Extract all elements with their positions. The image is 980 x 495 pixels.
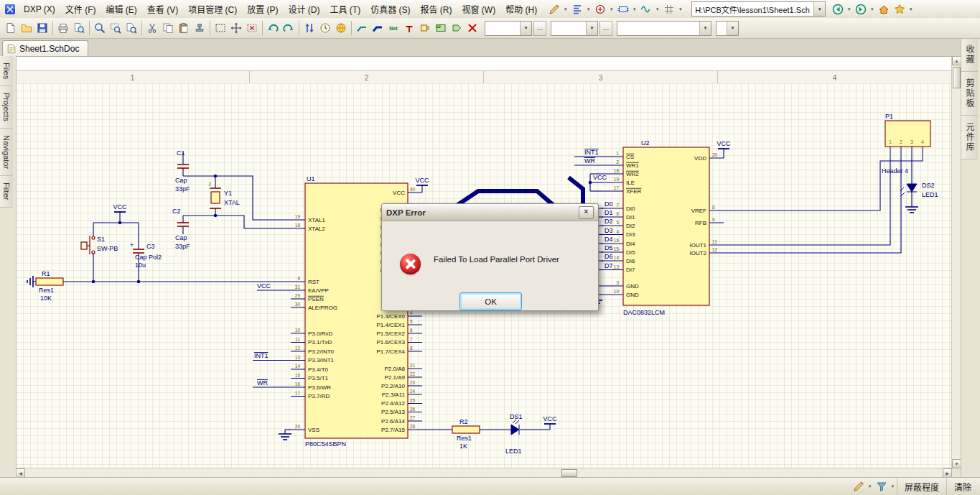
dialog-close-button[interactable]: × bbox=[579, 206, 594, 219]
filter-icon-button[interactable] bbox=[874, 478, 890, 494]
menu-item-2[interactable]: 编辑 (E) bbox=[101, 1, 141, 17]
panel-tab-filter[interactable]: Filter bbox=[0, 176, 13, 207]
right-panel-tab-0[interactable]: 收藏 bbox=[961, 38, 978, 72]
paste-icon[interactable] bbox=[176, 20, 192, 36]
toolbar-combo-1-dropdown[interactable]: ▾ bbox=[520, 22, 531, 35]
power-port-icon[interactable] bbox=[401, 20, 417, 36]
toolbar-combo-4[interactable]: ▾ bbox=[716, 21, 739, 36]
toolbar-combo-2[interactable]: ▾ bbox=[551, 21, 598, 36]
grid-icon[interactable] bbox=[661, 1, 677, 17]
clock-icon[interactable] bbox=[317, 20, 333, 36]
undo-icon[interactable] bbox=[265, 20, 281, 36]
open-document-icon[interactable] bbox=[19, 20, 34, 36]
rubber-stamp-icon[interactable] bbox=[192, 20, 207, 36]
save-icon[interactable] bbox=[34, 20, 50, 36]
u2-pin-number: 2 bbox=[616, 159, 619, 165]
new-document-icon[interactable] bbox=[3, 20, 19, 36]
menu-item-9[interactable]: 报告 (R) bbox=[416, 1, 457, 17]
label-c3-lib: Cap Pol2 bbox=[135, 254, 162, 261]
simulation-sources-icon-dropdown[interactable]: ▾ bbox=[654, 6, 661, 12]
select-area-icon[interactable] bbox=[213, 20, 228, 36]
drawing-tools-icon[interactable] bbox=[546, 1, 562, 17]
u1-pin-number: 25 bbox=[410, 398, 416, 403]
help-icon[interactable] bbox=[333, 20, 349, 36]
document-path-dropdown[interactable]: ▾ bbox=[813, 2, 825, 16]
sheet-symbol-icon[interactable] bbox=[433, 20, 449, 36]
cut-icon[interactable] bbox=[144, 20, 160, 36]
toolbar-combo-4-dropdown[interactable]: ▾ bbox=[727, 22, 738, 35]
toolbar-combo-1[interactable]: ▾ bbox=[485, 21, 532, 36]
ok-button[interactable]: OK bbox=[459, 292, 522, 310]
dialog-titlebar[interactable]: DXP Error × bbox=[382, 204, 598, 221]
menu-item-5[interactable]: 放置 (P) bbox=[242, 1, 283, 17]
document-path-combo[interactable]: H:\PCB文件\lesson1\Sheet1.Sch ▾ bbox=[691, 1, 826, 17]
digital-devices-icon-dropdown[interactable]: ▾ bbox=[631, 6, 638, 12]
back-button-dropdown[interactable]: ▾ bbox=[846, 6, 852, 12]
forward-button[interactable] bbox=[853, 1, 869, 17]
u2-pin-number: 11 bbox=[712, 239, 717, 244]
alignment-tools-icon-dropdown[interactable]: ▾ bbox=[585, 6, 592, 12]
power-sources-icon-dropdown[interactable]: ▾ bbox=[608, 6, 615, 12]
filter-dropdown[interactable]: ▾ bbox=[890, 484, 896, 489]
annotate-icon[interactable] bbox=[851, 478, 867, 494]
toolbar-combo-3-dropdown[interactable]: ▾ bbox=[699, 22, 711, 35]
wire-tool-icon[interactable] bbox=[354, 20, 370, 36]
deselect-icon[interactable] bbox=[244, 20, 260, 36]
favorites-button-dropdown[interactable]: ▾ bbox=[907, 6, 914, 12]
power-sources-icon[interactable] bbox=[592, 1, 608, 17]
no-erc-icon[interactable] bbox=[465, 20, 480, 36]
toolbar-combo-3[interactable]: ▾ bbox=[617, 21, 711, 36]
menu-item-8[interactable]: 仿真器 (S) bbox=[365, 1, 415, 17]
net-label-icon[interactable]: Net bbox=[386, 20, 401, 36]
move-selection-icon[interactable] bbox=[228, 20, 244, 36]
menu-item-4[interactable]: 项目管理 (C) bbox=[183, 1, 242, 17]
zoom-fit-icon[interactable] bbox=[92, 20, 108, 36]
print-icon[interactable] bbox=[55, 20, 71, 36]
panel-tab-files[interactable]: Files bbox=[0, 56, 13, 86]
vertical-scrollbar[interactable]: ▲ ▼ bbox=[951, 56, 961, 468]
zoom-selection-icon[interactable] bbox=[123, 20, 139, 36]
panel-tab-navigator[interactable]: Navigator bbox=[0, 129, 13, 176]
drawing-tools-icon-dropdown[interactable]: ▾ bbox=[562, 6, 569, 12]
annotate-dropdown[interactable]: ▾ bbox=[867, 484, 873, 489]
menu-item-6[interactable]: 设计 (D) bbox=[284, 1, 325, 17]
digital-devices-icon[interactable] bbox=[615, 1, 631, 17]
menu-item-10[interactable]: 视窗 (W) bbox=[457, 1, 501, 17]
back-button[interactable] bbox=[830, 1, 846, 17]
toolbar-separator bbox=[299, 21, 299, 35]
home-button[interactable] bbox=[876, 1, 892, 17]
toolbar-more-button-2[interactable]: ... bbox=[599, 21, 612, 36]
bus-tool-icon[interactable] bbox=[370, 20, 386, 36]
vertical-scroll-thumb[interactable] bbox=[953, 67, 961, 88]
print-preview-icon[interactable] bbox=[71, 20, 87, 36]
toolbar-more-button-1[interactable]: ... bbox=[533, 21, 546, 36]
sheet-entry-icon[interactable] bbox=[449, 20, 465, 36]
grid-icon-dropdown[interactable]: ▾ bbox=[677, 6, 683, 12]
redo-icon[interactable] bbox=[281, 20, 297, 36]
alignment-tools-icon[interactable] bbox=[569, 1, 585, 17]
place-part-icon[interactable] bbox=[417, 20, 433, 36]
drawing-tools-icon-graphic bbox=[549, 4, 560, 15]
horizontal-scrollbar[interactable]: ◀ ▶ bbox=[16, 468, 952, 478]
u2-pin-number: 18 bbox=[614, 168, 620, 173]
menu-item-1[interactable]: 文件 (F) bbox=[60, 1, 101, 17]
tab-sheet1-schdoc[interactable]: Sheet1.SchDoc bbox=[2, 40, 88, 56]
menu-item-7[interactable]: 工具 (T) bbox=[325, 1, 366, 17]
mask-level-button[interactable]: 屏蔽程度 bbox=[897, 478, 946, 495]
right-panel-tab-1[interactable]: 剪贴板 bbox=[961, 72, 978, 116]
menu-item-0[interactable]: DXP (X) bbox=[19, 2, 60, 17]
simulation-sources-icon[interactable] bbox=[638, 1, 654, 17]
forward-button-dropdown[interactable]: ▾ bbox=[869, 6, 875, 12]
dxp-error-dialog: DXP Error × Failed To Load Parallel Port… bbox=[381, 203, 599, 311]
menu-item-3[interactable]: 查看 (V) bbox=[142, 1, 183, 17]
zoom-area-icon[interactable] bbox=[108, 20, 123, 36]
browse-library-icon[interactable] bbox=[302, 20, 317, 36]
panel-tab-projects[interactable]: Projects bbox=[0, 86, 13, 129]
copy-icon[interactable] bbox=[160, 20, 176, 36]
menu-item-11[interactable]: 帮助 (H) bbox=[500, 1, 542, 17]
clear-button[interactable]: 清除 bbox=[946, 478, 979, 495]
horizontal-scroll-thumb[interactable] bbox=[561, 469, 577, 477]
favorites-button[interactable] bbox=[892, 1, 907, 17]
toolbar-combo-2-dropdown[interactable]: ▾ bbox=[586, 22, 597, 35]
right-panel-tab-2[interactable]: 元件库 bbox=[961, 116, 978, 159]
